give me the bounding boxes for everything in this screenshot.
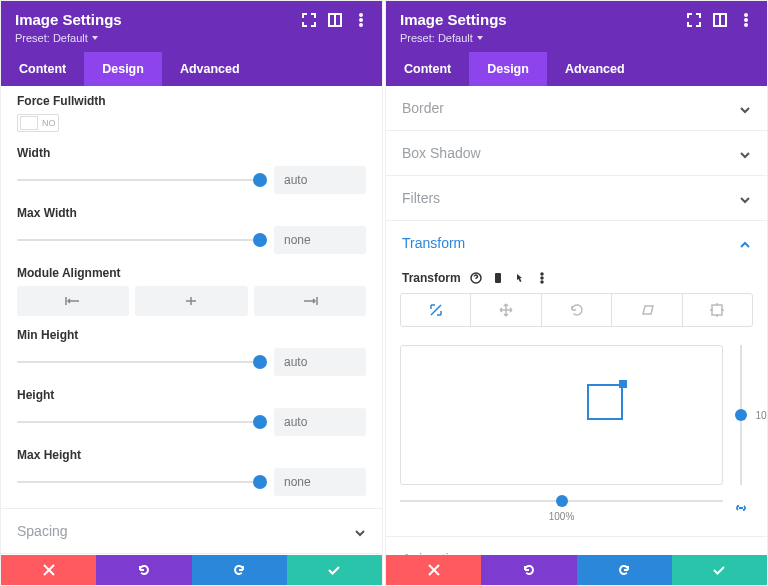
help-icon[interactable] — [469, 271, 483, 285]
panel-body: Border Box Shadow Filters Transform Tran… — [386, 86, 767, 555]
transform-scale-tab[interactable] — [401, 294, 471, 326]
value-max-height[interactable]: none — [274, 468, 366, 496]
slider-height[interactable] — [17, 410, 260, 434]
slider-thumb[interactable] — [253, 475, 267, 489]
more-icon[interactable] — [535, 271, 549, 285]
svg-point-2 — [360, 19, 362, 21]
value-height[interactable]: auto — [274, 408, 366, 436]
cancel-button[interactable] — [1, 555, 96, 585]
expand-icon[interactable] — [302, 13, 316, 27]
panel-header: Image Settings Preset: Default — [386, 1, 767, 52]
slider-thumb[interactable] — [735, 409, 747, 421]
transform-rotate-tab[interactable] — [542, 294, 612, 326]
redo-button[interactable] — [192, 555, 287, 585]
section-title: Transform — [402, 235, 465, 251]
section-transform[interactable]: Transform — [386, 220, 767, 265]
cancel-button[interactable] — [386, 555, 481, 585]
tabs: Content Design Advanced — [386, 52, 767, 86]
field-min-height: Min Height auto — [1, 320, 382, 380]
tab-design[interactable]: Design — [469, 52, 547, 86]
transform-skew-tab[interactable] — [612, 294, 682, 326]
value-width[interactable]: auto — [274, 166, 366, 194]
preset-selector[interactable]: Preset: Default — [400, 32, 483, 44]
panel-footer — [1, 555, 382, 585]
save-button[interactable] — [287, 555, 382, 585]
panel-title: Image Settings — [400, 11, 507, 28]
chevron-down-icon — [354, 525, 366, 537]
transform-canvas-wrap: 100% — [400, 345, 753, 485]
transform-type-tabs — [400, 293, 753, 327]
link-values-icon[interactable] — [729, 501, 753, 515]
svg-point-1 — [360, 14, 362, 16]
tab-advanced[interactable]: Advanced — [547, 52, 643, 86]
slider-thumb[interactable] — [253, 355, 267, 369]
panel-columns-icon[interactable] — [713, 13, 727, 27]
field-label: Module Alignment — [17, 266, 366, 280]
expand-icon[interactable] — [687, 13, 701, 27]
field-label: Width — [17, 146, 366, 160]
toggle-force-fullwidth[interactable]: NO — [17, 114, 59, 132]
slider-thumb[interactable] — [253, 415, 267, 429]
align-right-button[interactable] — [254, 286, 366, 316]
responsive-icon[interactable] — [491, 271, 505, 285]
transform-horizontal-slider[interactable] — [400, 493, 723, 509]
chevron-down-icon — [739, 102, 751, 114]
more-icon[interactable] — [354, 13, 368, 27]
settings-panel-left: Image Settings Preset: Default Content D… — [0, 0, 383, 586]
tab-design[interactable]: Design — [84, 52, 162, 86]
transform-label-row: Transform — [386, 271, 767, 285]
preset-selector[interactable]: Preset: Default — [15, 32, 98, 44]
section-filters[interactable]: Filters — [386, 175, 767, 220]
tab-content[interactable]: Content — [386, 52, 469, 86]
save-button[interactable] — [672, 555, 767, 585]
svg-point-11 — [541, 277, 543, 279]
slider-width[interactable] — [17, 168, 260, 192]
transform-vertical-slider[interactable]: 100% — [729, 345, 753, 485]
field-force-fullwidth: Force Fullwidth NO — [1, 86, 382, 138]
svg-rect-9 — [495, 273, 501, 283]
align-left-button[interactable] — [17, 286, 129, 316]
section-title: Filters — [402, 190, 440, 206]
panel-body: Force Fullwidth NO Width auto Max Width … — [1, 86, 382, 555]
align-center-button[interactable] — [135, 286, 247, 316]
field-label: Min Height — [17, 328, 366, 342]
field-height: Height auto — [1, 380, 382, 440]
panel-columns-icon[interactable] — [328, 13, 342, 27]
panel-footer — [386, 555, 767, 585]
tab-content[interactable]: Content — [1, 52, 84, 86]
section-border[interactable]: Border — [386, 86, 767, 130]
transform-preview-box[interactable] — [587, 384, 623, 420]
field-label: Max Height — [17, 448, 366, 462]
slider-max-height[interactable] — [17, 470, 260, 494]
field-module-alignment: Module Alignment — [1, 258, 382, 320]
horizontal-value: 100% — [400, 511, 723, 522]
tab-advanced[interactable]: Advanced — [162, 52, 258, 86]
section-animation[interactable]: Animation — [386, 536, 767, 555]
more-icon[interactable] — [739, 13, 753, 27]
value-min-height[interactable]: auto — [274, 348, 366, 376]
field-width: Width auto — [1, 138, 382, 198]
undo-button[interactable] — [96, 555, 191, 585]
svg-point-5 — [745, 14, 747, 16]
svg-point-12 — [541, 281, 543, 283]
redo-button[interactable] — [577, 555, 672, 585]
value-max-width[interactable]: none — [274, 226, 366, 254]
slider-max-width[interactable] — [17, 228, 260, 252]
chevron-up-icon — [739, 237, 751, 249]
svg-point-6 — [745, 19, 747, 21]
section-box-shadow[interactable]: Box Shadow — [386, 130, 767, 175]
transform-horizontal-row: 100% — [400, 493, 753, 522]
slider-thumb[interactable] — [253, 173, 267, 187]
svg-point-3 — [360, 24, 362, 26]
chevron-down-icon — [739, 192, 751, 204]
section-spacing[interactable]: Spacing — [1, 508, 382, 553]
section-title: Box Shadow — [402, 145, 481, 161]
undo-button[interactable] — [481, 555, 576, 585]
transform-canvas[interactable] — [400, 345, 723, 485]
hover-icon[interactable] — [513, 271, 527, 285]
slider-thumb[interactable] — [253, 233, 267, 247]
slider-min-height[interactable] — [17, 350, 260, 374]
transform-translate-tab[interactable] — [471, 294, 541, 326]
transform-origin-tab[interactable] — [683, 294, 752, 326]
slider-thumb[interactable] — [556, 495, 568, 507]
